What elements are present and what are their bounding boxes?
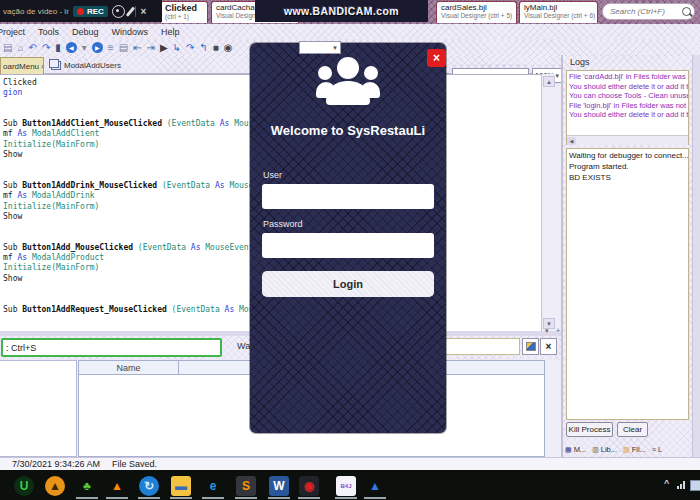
status-datetime: 7/30/2021 9:34:26 AM (12, 459, 100, 469)
watermark-text: www.BANDICAM.com (284, 5, 399, 17)
active-app-indicator (138, 497, 160, 499)
form-icon (51, 61, 61, 70)
files-icon: ▨ (623, 446, 630, 453)
watch-side-pane (0, 360, 77, 457)
bookmark-icon[interactable]: ▮ (55, 43, 61, 53)
kill-process-button[interactable]: Kill Process (566, 422, 613, 437)
back-menu-icon[interactable]: ▾ (82, 43, 87, 53)
close-tab-icon[interactable]: × (41, 62, 44, 71)
search-icon[interactable] (682, 7, 691, 16)
bandicam-icon[interactable]: ◉ (299, 476, 319, 496)
logs-icon: ≡ (652, 446, 656, 453)
camera-icon[interactable] (112, 5, 125, 18)
editor-scrollbar[interactable]: ▲ ▼ (541, 74, 555, 331)
menu-bar: ProjectToolsDebugWindowsHelp (0, 24, 700, 39)
menu-item-tools[interactable]: Tools (38, 27, 59, 37)
users-icon (316, 57, 380, 107)
home-icon[interactable]: ⌂ (17, 43, 23, 53)
right-scroll-strip[interactable] (692, 55, 700, 457)
menu-item-help[interactable]: Help (161, 27, 180, 37)
open-icon[interactable]: ▤ (3, 43, 12, 53)
dialog-title: Welcome to SysRestauLi (250, 123, 446, 138)
b4j-icon[interactable]: B4J (336, 476, 356, 496)
pencil-icon[interactable] (126, 6, 135, 16)
run-icon[interactable]: ▶ (160, 43, 168, 53)
menu-item-windows[interactable]: Windows (112, 27, 149, 37)
editor-tab-boardmenu[interactable]: oardMenu × (0, 57, 44, 74)
vlc-icon[interactable]: ▲ (107, 476, 127, 496)
log-warning-line: You can choose Tools - Clean unused (569, 91, 686, 101)
network-icon[interactable] (677, 481, 685, 489)
scroll-up-icon[interactable]: ▲ (543, 76, 555, 87)
stop-icon[interactable]: ■ (213, 43, 219, 53)
active-app-indicator (364, 497, 386, 499)
column-name[interactable]: Name (79, 361, 179, 374)
outdent-icon[interactable]: ⇤ (133, 43, 141, 53)
clover-app-icon[interactable]: ♣ (77, 476, 97, 496)
chevron-down-icon: ▼ (332, 45, 338, 51)
bandicam-watermark: www.BANDICAM.com (255, 0, 428, 22)
password-field[interactable] (262, 233, 434, 258)
redo-icon[interactable]: ↷ (42, 43, 50, 53)
indent-icon[interactable]: ⇥ (147, 43, 155, 53)
clear-button[interactable]: Clear (617, 422, 648, 437)
user-field[interactable] (262, 184, 434, 209)
panel-menu-icon[interactable]: ▾ (545, 327, 549, 335)
warnings-log-box[interactable]: File 'cardAdd.bjl' in Files folder was n… (566, 70, 689, 145)
dialog-close-button[interactable]: × (427, 49, 446, 67)
browser-swirl-icon[interactable]: ↻ (139, 476, 159, 496)
password-label: Password (263, 219, 303, 229)
edge-icon[interactable]: e (203, 476, 223, 496)
menu-item-debug[interactable]: Debug (72, 27, 99, 37)
blue-app-icon[interactable]: ▲ (365, 476, 385, 496)
window-tab-clicked[interactable]: Clicked (ctrl + 1) (160, 1, 208, 23)
log-hscrollbar[interactable]: ◀ (567, 135, 688, 145)
window-tab-cardsales[interactable]: cardSales.bjl Visual Designer (ctrl + 5) (436, 1, 517, 23)
recorder-close-icon[interactable]: × (140, 6, 146, 17)
logs-title: Logs (570, 57, 590, 67)
logs-tab-label: M... (574, 445, 587, 454)
floating-combo[interactable]: ▼ (299, 41, 341, 54)
undo-icon[interactable]: ↶ (29, 43, 37, 53)
sublime-icon[interactable]: S (236, 476, 256, 496)
log-warning-line: File 'cardAdd.bjl' in Files folder was n (569, 72, 686, 82)
logs-tab-label: Lib... (601, 445, 617, 454)
back-icon[interactable]: ◀ (66, 42, 77, 53)
forward-icon[interactable]: ▶ (92, 42, 103, 53)
delete-icon: × (546, 341, 552, 352)
scroll-left-icon[interactable]: ◀ (567, 137, 576, 145)
word-icon[interactable]: W (269, 476, 289, 496)
tray-app-icon[interactable] (690, 480, 700, 491)
logs-tab-m[interactable]: ▦M... (565, 445, 586, 454)
step-over-icon[interactable]: ↷ (186, 43, 194, 53)
breakpoint-icon[interactable]: ◉ (224, 43, 233, 53)
logs-tab-l[interactable]: ≡L (652, 445, 662, 454)
login-button[interactable]: Login (262, 271, 434, 297)
search-box[interactable] (602, 3, 695, 20)
login-dialog: × Welcome to SysRestauLi User Password L… (250, 43, 446, 433)
file-manager-icon[interactable]: ▬ (171, 476, 191, 496)
logs-tab-fil[interactable]: ▨Fil... (623, 445, 646, 454)
uninstaller-icon[interactable]: U (14, 476, 34, 496)
menu-item-project[interactable]: Project (0, 27, 25, 37)
add-watch-button[interactable] (522, 338, 539, 355)
shortcut-hint-label: : Ctrl+S (6, 343, 36, 353)
status-message: File Saved. (112, 459, 157, 469)
step-into-icon[interactable]: ↳ (173, 43, 181, 53)
search-input[interactable] (608, 6, 682, 17)
window-tab-lymain[interactable]: lyMain.bjl Visual Designer (ctrl + 6) (519, 1, 598, 23)
tray-chevron-icon[interactable]: ^ (664, 478, 669, 488)
log-message-line: BD EXISTS (569, 172, 686, 183)
comment-icon[interactable]: ≡ (108, 43, 114, 53)
editor-tab-modaladdusers[interactable]: ModalAddUsers (48, 57, 140, 74)
delete-watch-button[interactable]: × (540, 338, 557, 355)
messages-log-box[interactable]: Waiting for debugger to connect...Progra… (566, 148, 689, 420)
step-out-icon[interactable]: ↰ (199, 43, 207, 53)
tab-subtitle: (ctrl + 1) (165, 13, 203, 20)
warning-app-icon[interactable]: ▲ (45, 476, 65, 496)
uncomment-icon[interactable]: ▤ (119, 43, 128, 53)
active-app-indicator (170, 497, 192, 499)
panel-pin-icon[interactable]: + (556, 327, 560, 334)
tab-title: lyMain.bjl (524, 3, 593, 12)
logs-tab-lib[interactable]: ▥Lib... (592, 445, 617, 454)
